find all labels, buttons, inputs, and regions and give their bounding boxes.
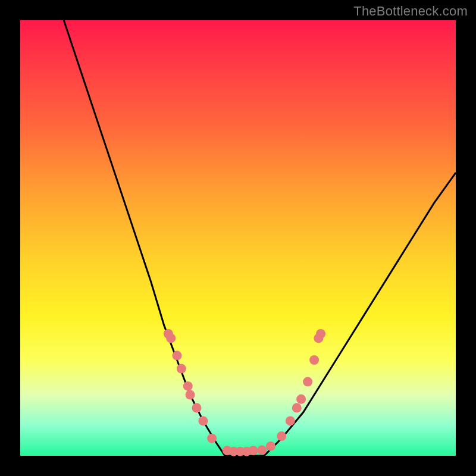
data-marker [192,403,202,413]
data-marker [249,446,258,455]
data-marker [183,381,193,391]
data-marker [198,416,208,425]
data-marker [277,431,286,441]
data-marker [177,364,186,374]
data-marker [296,394,306,404]
curve-layer [20,20,456,456]
data-marker [257,446,267,455]
data-markers [164,329,325,456]
data-marker [316,329,325,339]
data-marker [303,377,312,387]
data-marker [309,355,319,365]
data-marker [207,434,217,443]
plot-area [20,20,456,456]
data-marker [286,416,295,425]
chart-frame: TheBottleneck.com [0,0,476,476]
data-marker [266,441,275,451]
data-marker [166,333,176,343]
watermark-text: TheBottleneck.com [353,4,468,19]
data-marker [292,403,302,413]
data-marker [186,390,195,400]
bottleneck-curve [64,20,456,456]
data-marker [173,351,182,361]
